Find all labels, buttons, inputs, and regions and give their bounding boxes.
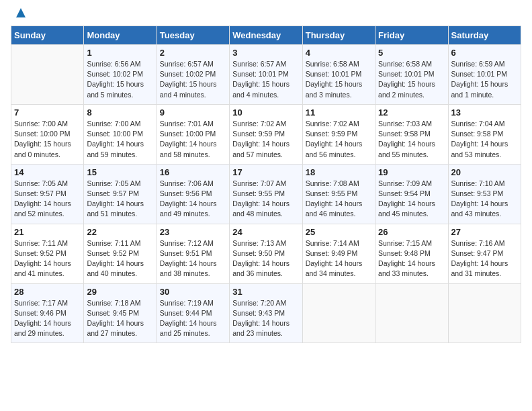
calendar-cell (11, 45, 84, 105)
day-info: Sunrise: 6:58 AMSunset: 10:01 PMDaylight… (306, 59, 372, 100)
day-info: Sunrise: 6:57 AMSunset: 10:02 PMDaylight… (160, 59, 226, 100)
day-info: Sunrise: 6:57 AMSunset: 10:01 PMDaylight… (232, 59, 299, 100)
week-row-2: 14Sunrise: 7:05 AMSunset: 9:57 PMDayligh… (11, 164, 521, 224)
calendar-cell (448, 283, 521, 343)
day-info: Sunrise: 7:20 AMSunset: 9:43 PMDaylight:… (232, 298, 299, 339)
calendar-cell: 3Sunrise: 6:57 AMSunset: 10:01 PMDayligh… (230, 45, 302, 105)
day-number: 13 (451, 107, 518, 118)
day-number: 11 (306, 107, 372, 118)
calendar-cell: 5Sunrise: 6:58 AMSunset: 10:01 PMDayligh… (375, 45, 448, 105)
day-info: Sunrise: 7:00 AMSunset: 10:00 PMDaylight… (14, 119, 81, 160)
calendar-cell: 15Sunrise: 7:05 AMSunset: 9:57 PMDayligh… (84, 164, 157, 224)
day-info: Sunrise: 7:02 AMSunset: 9:59 PMDaylight:… (232, 119, 299, 160)
weekday-wednesday: Wednesday (230, 26, 302, 45)
day-info: Sunrise: 7:00 AMSunset: 10:00 PMDaylight… (87, 119, 153, 160)
day-number: 14 (14, 167, 81, 177)
weekday-tuesday: Tuesday (157, 26, 229, 45)
calendar-cell: 13Sunrise: 7:04 AMSunset: 9:58 PMDayligh… (448, 104, 521, 164)
day-info: Sunrise: 7:11 AMSunset: 9:52 PMDaylight:… (14, 238, 81, 279)
day-number: 29 (87, 287, 153, 297)
day-info: Sunrise: 7:04 AMSunset: 9:58 PMDaylight:… (451, 119, 518, 160)
weekday-sunday: Sunday (11, 26, 84, 45)
day-info: Sunrise: 7:02 AMSunset: 9:59 PMDaylight:… (306, 119, 372, 160)
day-info: Sunrise: 7:08 AMSunset: 9:55 PMDaylight:… (306, 179, 372, 220)
calendar-cell: 4Sunrise: 6:58 AMSunset: 10:01 PMDayligh… (302, 45, 375, 105)
day-number: 4 (306, 48, 372, 58)
day-number: 2 (160, 48, 226, 58)
day-info: Sunrise: 7:16 AMSunset: 9:47 PMDaylight:… (451, 238, 518, 279)
day-number: 31 (232, 287, 299, 297)
day-number: 28 (14, 287, 81, 297)
calendar-cell: 8Sunrise: 7:00 AMSunset: 10:00 PMDayligh… (84, 104, 157, 164)
day-number: 26 (378, 227, 445, 237)
weekday-friday: Friday (375, 26, 448, 45)
day-info: Sunrise: 7:15 AMSunset: 9:48 PMDaylight:… (378, 238, 445, 279)
week-row-4: 28Sunrise: 7:17 AMSunset: 9:46 PMDayligh… (11, 283, 521, 343)
logo-text (11, 11, 28, 20)
calendar-cell: 17Sunrise: 7:07 AMSunset: 9:55 PMDayligh… (230, 164, 302, 224)
week-row-1: 7Sunrise: 7:00 AMSunset: 10:00 PMDayligh… (11, 104, 521, 164)
day-info: Sunrise: 7:07 AMSunset: 9:55 PMDaylight:… (232, 179, 299, 220)
day-info: Sunrise: 7:10 AMSunset: 9:53 PMDaylight:… (451, 179, 518, 220)
day-info: Sunrise: 7:05 AMSunset: 9:57 PMDaylight:… (87, 179, 153, 220)
calendar-cell: 21Sunrise: 7:11 AMSunset: 9:52 PMDayligh… (11, 224, 84, 283)
day-number: 17 (232, 167, 299, 177)
day-number: 8 (87, 107, 153, 118)
calendar-cell: 1Sunrise: 6:56 AMSunset: 10:02 PMDayligh… (84, 45, 157, 105)
day-number: 3 (232, 48, 299, 58)
day-number: 22 (87, 227, 153, 237)
day-info: Sunrise: 6:58 AMSunset: 10:01 PMDaylight… (378, 59, 445, 100)
day-info: Sunrise: 7:17 AMSunset: 9:46 PMDaylight:… (14, 298, 81, 339)
calendar-cell: 27Sunrise: 7:16 AMSunset: 9:47 PMDayligh… (448, 224, 521, 283)
day-info: Sunrise: 7:12 AMSunset: 9:51 PMDaylight:… (160, 238, 226, 279)
calendar-cell: 18Sunrise: 7:08 AMSunset: 9:55 PMDayligh… (302, 164, 375, 224)
day-number: 5 (378, 48, 445, 58)
calendar-cell: 26Sunrise: 7:15 AMSunset: 9:48 PMDayligh… (375, 224, 448, 283)
weekday-monday: Monday (84, 26, 157, 45)
calendar-table: SundayMondayTuesdayWednesdayThursdayFrid… (11, 26, 521, 343)
logo (11, 11, 28, 20)
weekday-header-row: SundayMondayTuesdayWednesdayThursdayFrid… (11, 26, 521, 45)
day-info: Sunrise: 7:05 AMSunset: 9:57 PMDaylight:… (14, 179, 81, 220)
day-info: Sunrise: 7:14 AMSunset: 9:49 PMDaylight:… (306, 238, 372, 279)
calendar-cell: 30Sunrise: 7:19 AMSunset: 9:44 PMDayligh… (157, 283, 229, 343)
day-info: Sunrise: 7:11 AMSunset: 9:52 PMDaylight:… (87, 238, 153, 279)
day-number: 7 (14, 107, 81, 118)
day-info: Sunrise: 7:18 AMSunset: 9:45 PMDaylight:… (87, 298, 153, 339)
calendar-cell: 14Sunrise: 7:05 AMSunset: 9:57 PMDayligh… (11, 164, 84, 224)
calendar-cell: 31Sunrise: 7:20 AMSunset: 9:43 PMDayligh… (230, 283, 302, 343)
week-row-3: 21Sunrise: 7:11 AMSunset: 9:52 PMDayligh… (11, 224, 521, 283)
day-number: 12 (378, 107, 445, 118)
calendar-cell: 23Sunrise: 7:12 AMSunset: 9:51 PMDayligh… (157, 224, 229, 283)
calendar-cell: 29Sunrise: 7:18 AMSunset: 9:45 PMDayligh… (84, 283, 157, 343)
day-number: 15 (87, 167, 153, 177)
calendar-cell: 22Sunrise: 7:11 AMSunset: 9:52 PMDayligh… (84, 224, 157, 283)
calendar-cell: 2Sunrise: 6:57 AMSunset: 10:02 PMDayligh… (157, 45, 229, 105)
day-number: 16 (160, 167, 226, 177)
day-info: Sunrise: 7:03 AMSunset: 9:58 PMDaylight:… (378, 119, 445, 160)
day-info: Sunrise: 6:56 AMSunset: 10:02 PMDaylight… (87, 59, 153, 100)
logo-icon (13, 5, 28, 20)
day-number: 24 (232, 227, 299, 237)
header (11, 11, 521, 20)
day-number: 30 (160, 287, 226, 297)
calendar-cell: 9Sunrise: 7:01 AMSunset: 10:00 PMDayligh… (157, 104, 229, 164)
day-number: 19 (378, 167, 445, 177)
calendar-cell: 16Sunrise: 7:06 AMSunset: 9:56 PMDayligh… (157, 164, 229, 224)
calendar-cell: 11Sunrise: 7:02 AMSunset: 9:59 PMDayligh… (302, 104, 375, 164)
page-container: SundayMondayTuesdayWednesdayThursdayFrid… (11, 11, 521, 343)
calendar-cell (302, 283, 375, 343)
weekday-thursday: Thursday (302, 26, 375, 45)
day-info: Sunrise: 7:01 AMSunset: 10:00 PMDaylight… (160, 119, 226, 160)
calendar-cell: 10Sunrise: 7:02 AMSunset: 9:59 PMDayligh… (230, 104, 302, 164)
day-number: 9 (160, 107, 226, 118)
calendar-cell: 6Sunrise: 6:59 AMSunset: 10:01 PMDayligh… (448, 45, 521, 105)
calendar-cell: 19Sunrise: 7:09 AMSunset: 9:54 PMDayligh… (375, 164, 448, 224)
day-number: 21 (14, 227, 81, 237)
day-info: Sunrise: 6:59 AMSunset: 10:01 PMDaylight… (451, 59, 518, 100)
day-number: 18 (306, 167, 372, 177)
day-number: 10 (232, 107, 299, 118)
day-info: Sunrise: 7:13 AMSunset: 9:50 PMDaylight:… (232, 238, 299, 279)
day-number: 20 (451, 167, 518, 177)
calendar-cell (375, 283, 448, 343)
